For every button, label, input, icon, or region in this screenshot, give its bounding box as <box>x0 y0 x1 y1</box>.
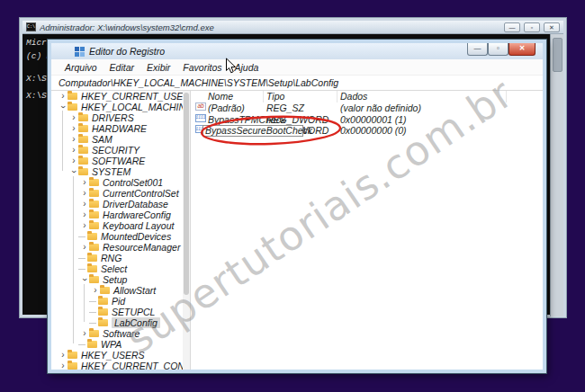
menu-favoritos[interactable]: Favoritos <box>176 62 228 73</box>
chevron-right-icon[interactable]: › <box>91 286 100 295</box>
chevron-right-icon[interactable]: › <box>80 178 89 187</box>
folder-icon <box>89 276 99 283</box>
tree-item-hkey-current-user[interactable]: ›HKEY_CURRENT_USER <box>51 91 190 102</box>
value-name: (Padrão) <box>208 102 245 114</box>
tree-item-driverdatabase[interactable]: ›DriverDatabase <box>51 199 190 209</box>
tree-item-label: Pid <box>112 296 125 307</box>
registry-close-button[interactable]: ✕ <box>508 43 536 56</box>
tree-item-sam[interactable]: ›SAM <box>51 134 190 145</box>
registry-titlebar[interactable]: Editor do Registro — ▫ ✕ <box>51 43 543 59</box>
chevron-right-icon[interactable]: › <box>69 135 78 144</box>
folder-icon <box>68 352 77 359</box>
tree-item-label: SAM <box>92 134 112 145</box>
menu-exibir[interactable]: Exibir <box>140 62 176 73</box>
chevron-right-icon[interactable]: › <box>58 361 68 370</box>
cmd-maximize-button[interactable]: ▫ <box>524 22 540 32</box>
tree-item-security[interactable]: ›SECURITY <box>51 145 190 156</box>
chevron-right-icon[interactable]: › <box>80 243 89 252</box>
column-separator[interactable] <box>506 91 507 102</box>
tree-item-pid[interactable]: Pid <box>51 296 190 307</box>
cmd-title: Administrador: X:\windows\system32\cmd.e… <box>40 22 500 32</box>
column-separator[interactable] <box>337 91 338 102</box>
tree-item-label: DRIVERS <box>92 112 134 123</box>
chevron-right-icon[interactable]: › <box>80 200 89 209</box>
registry-maximize-button[interactable]: ▫ <box>488 43 508 56</box>
tree-item-label: CurrentControlSet <box>103 188 179 199</box>
tree-item-allowstart[interactable]: ›AllowStart <box>51 285 190 296</box>
value-type: REG_DWORD <box>266 114 328 126</box>
cmd-minimize-button[interactable]: — <box>504 22 520 32</box>
tree-connector-line <box>89 301 96 302</box>
tree-item-currentcontrolset[interactable]: ›CurrentControlSet <box>51 188 190 199</box>
chevron-right-icon[interactable]: › <box>80 210 89 219</box>
tree-scrollbar[interactable] <box>183 91 190 370</box>
tree-item-label: Setup <box>103 274 127 285</box>
rename-edit-box[interactable]: BypassSecureBootCheck <box>202 125 303 137</box>
value-row-bypasstpmcheck[interactable]: 011110REG_DWORD0x00000001 (1)BypassTPMCh… <box>191 114 543 126</box>
chevron-down-icon[interactable]: › <box>80 275 89 284</box>
tree-item-label: HARDWARE <box>92 123 147 134</box>
folder-icon <box>98 298 108 305</box>
chevron-right-icon[interactable]: › <box>80 221 89 230</box>
tree-item-label: AllowStart <box>113 285 156 296</box>
folder-icon <box>87 265 97 272</box>
chevron-right-icon[interactable]: › <box>80 329 89 338</box>
tree-item-controlset001[interactable]: ›ControlSet001 <box>51 177 190 188</box>
cmd-close-button[interactable]: ✕ <box>544 22 560 32</box>
tree-item-label: ControlSet001 <box>103 177 163 188</box>
value-row-bypasssecurebootcheck[interactable]: 011110REG_DWORD0x00000000 (0)BypassSecur… <box>191 125 543 137</box>
tree-item-rng[interactable]: RNG <box>51 253 190 263</box>
tree-item-hardwareconfig[interactable]: ›HardwareConfig <box>51 209 190 220</box>
cmd-scrollbar[interactable] <box>550 34 563 316</box>
cmd-titlebar[interactable]: C:\ Administrador: X:\windows\system32\c… <box>22 21 563 34</box>
chevron-right-icon[interactable]: › <box>69 156 78 165</box>
tree-item-labconfig[interactable]: LabConfig <box>51 317 190 328</box>
tree-item-label: Software <box>103 328 140 339</box>
value-data: 0x00000000 (0) <box>340 125 407 137</box>
menu-editar[interactable]: Editar <box>104 62 140 73</box>
chevron-right-icon[interactable]: › <box>80 189 89 198</box>
folder-icon <box>89 244 99 251</box>
folder-icon <box>98 319 108 326</box>
tree-item-keyboard-layout[interactable]: ›Keyboard Layout <box>51 220 190 231</box>
tree-item-hkey-users[interactable]: ›HKEY_USERS <box>51 350 190 361</box>
chevron-right-icon[interactable]: › <box>58 351 68 360</box>
chevron-right-icon[interactable]: › <box>69 146 78 155</box>
folder-icon <box>89 222 99 229</box>
chevron-right-icon[interactable]: › <box>58 92 68 101</box>
column-separator[interactable] <box>263 91 264 102</box>
tree-item-software[interactable]: ›Software <box>51 328 190 339</box>
tree-item-hkey-current-config[interactable]: ›HKEY_CURRENT_CONFIG <box>51 361 190 370</box>
chevron-down-icon[interactable]: › <box>58 102 68 111</box>
tree-item-wpa[interactable]: WPA <box>51 339 190 350</box>
column-header-name[interactable]: Nome <box>208 91 233 102</box>
folder-icon <box>98 308 108 316</box>
value-row-padr-o[interactable]: abREG_SZ(valor não definido)(Padrão) <box>191 102 543 114</box>
registry-minimize-button[interactable]: — <box>467 43 488 56</box>
tree-item-mounteddevices[interactable]: MountedDevices <box>51 231 190 242</box>
chevron-right-icon[interactable]: › <box>69 124 78 133</box>
menu-arquivo[interactable]: Arquivo <box>58 62 104 73</box>
value-type: REG_SZ <box>266 102 304 114</box>
column-header-data[interactable]: Dados <box>340 91 367 102</box>
chevron-right-icon[interactable]: › <box>69 113 78 122</box>
tree-connector-line <box>89 323 96 324</box>
tree-item-hardware[interactable]: ›HARDWARE <box>51 123 190 134</box>
tree-item-software[interactable]: ›SOFTWARE <box>51 156 190 166</box>
tree-item-system[interactable]: ›SYSTEM <box>51 166 190 177</box>
chevron-down-icon[interactable]: › <box>69 167 78 176</box>
tree-item-drivers[interactable]: ›DRIVERS <box>51 112 190 123</box>
tree-scrollbar-thumb[interactable] <box>184 93 189 295</box>
column-header-type[interactable]: Tipo <box>266 91 284 102</box>
tree-item-setup[interactable]: ›Setup <box>51 274 190 285</box>
tree-item-select[interactable]: Select <box>51 263 190 274</box>
tree-item-hkey-local-machine[interactable]: ›HKEY_LOCAL_MACHINE <box>51 102 190 112</box>
folder-icon <box>68 362 77 370</box>
value-data: (valor não definido) <box>340 102 421 114</box>
cmd-scrollbar-thumb[interactable] <box>553 38 562 72</box>
tree-item-resourcemanager[interactable]: ›ResourceManager <box>51 242 190 253</box>
registry-key-tree: ›HKEY_CURRENT_USER›HKEY_LOCAL_MACHINE›DR… <box>51 91 190 370</box>
folder-icon <box>78 168 88 175</box>
tree-item-setupcl[interactable]: SETUPCL <box>51 307 190 317</box>
registry-addressbar[interactable]: Computador\HKEY_LOCAL_MACHINE\SYSTEM\Set… <box>51 76 543 91</box>
